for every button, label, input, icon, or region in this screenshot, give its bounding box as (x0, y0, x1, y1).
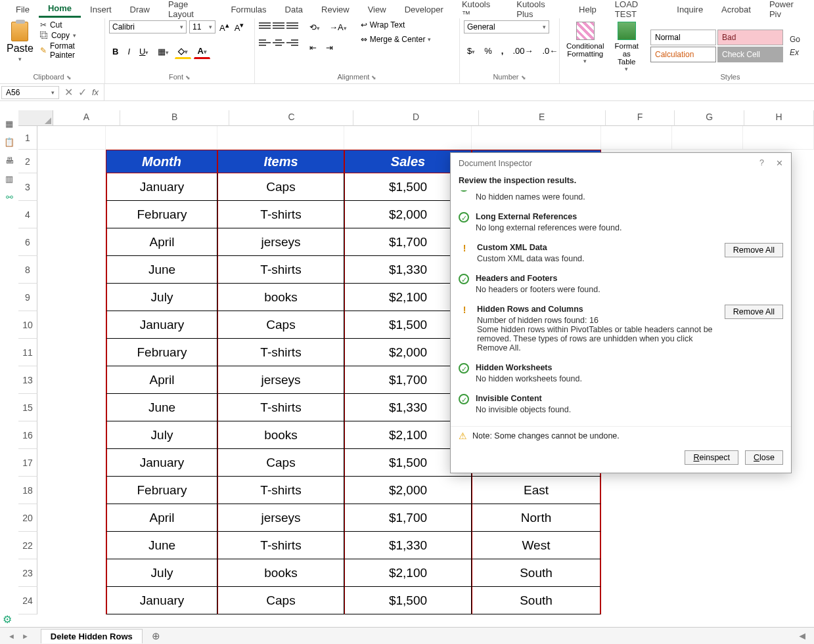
table-cell[interactable]: January (106, 173, 217, 201)
table-cell[interactable]: T-shirts (217, 339, 344, 366)
ribbon-tab-inquire[interactable]: Inquire (667, 2, 712, 17)
ribbon-tab-file[interactable]: File (7, 2, 39, 17)
table-cell[interactable]: West (472, 532, 601, 559)
row-header-16[interactable]: 16 (18, 421, 37, 449)
row-header-2[interactable]: 2 (18, 150, 37, 173)
border-button[interactable]: ▦▾ (154, 45, 172, 58)
table-cell[interactable]: June (106, 256, 217, 284)
style-check-cell[interactable]: Check Cell (717, 47, 783, 62)
row-header-4[interactable]: 4 (18, 201, 37, 228)
row-header-3[interactable]: 3 (18, 173, 37, 201)
select-all-corner[interactable] (18, 110, 53, 126)
merge-center-button[interactable]: ⇔Merge & Center▾ (361, 35, 432, 44)
number-format-combo[interactable]: General▾ (464, 20, 549, 33)
cut-button[interactable]: ✂Cut (40, 20, 101, 30)
cell[interactable] (743, 126, 814, 150)
table-cell[interactable]: Caps (217, 173, 344, 201)
paste-button[interactable]: Paste ▾ (4, 20, 36, 64)
fx-icon[interactable]: fx (92, 87, 99, 97)
row-header-1[interactable]: 1 (18, 126, 37, 150)
format-as-table-button[interactable]: Format as Table▾ (611, 20, 643, 74)
dialog-launcher-icon[interactable]: ⬊ (66, 74, 72, 81)
comma-button[interactable]: , (498, 44, 507, 58)
name-box[interactable]: A56▾ (1, 86, 59, 99)
row-header-8[interactable]: 8 (18, 256, 37, 284)
sheet-tab-active[interactable]: Delete Hidden Rows (41, 629, 143, 643)
table-cell[interactable]: June (106, 532, 217, 559)
wrap-text-button[interactable]: ↩Wrap Text (361, 20, 432, 30)
sheet-scroll-left[interactable]: ◄ (790, 630, 814, 642)
table-cell[interactable]: T-shirts (217, 394, 344, 421)
dialog-launcher-icon[interactable]: ⬊ (521, 74, 526, 81)
table-cell[interactable]: February (106, 339, 217, 366)
font-color-button[interactable]: A▾ (194, 44, 210, 59)
increase-indent-button[interactable]: ⇥ (323, 41, 336, 54)
align-middle-button[interactable] (273, 20, 284, 31)
table-cell[interactable]: $1,330 (344, 532, 472, 559)
table-cell[interactable]: January (106, 587, 217, 614)
table-cell[interactable]: books (217, 559, 344, 587)
add-sheet-button[interactable]: ⊕ (152, 630, 160, 642)
row-header-23[interactable]: 23 (18, 559, 37, 587)
cell[interactable] (37, 126, 106, 150)
align-bottom-button[interactable] (286, 20, 298, 31)
table-cell[interactable]: books (217, 421, 344, 449)
italic-button[interactable]: I (124, 45, 133, 58)
cell[interactable] (106, 126, 217, 150)
table-cell[interactable]: Caps (217, 311, 344, 339)
font-name-combo[interactable]: Calibri▾ (109, 20, 187, 33)
formula-input[interactable] (104, 84, 814, 100)
reinspect-button[interactable]: Reinspect (685, 450, 738, 465)
percent-button[interactable]: % (481, 44, 495, 58)
decrease-font-icon[interactable]: A▾ (233, 21, 246, 33)
table-cell[interactable]: April (106, 228, 217, 256)
close-icon[interactable]: ✕ (776, 158, 783, 168)
cancel-icon[interactable]: ✕ (64, 86, 73, 98)
format-painter-button[interactable]: ✎Format Painter (40, 41, 101, 60)
ribbon-tab-help[interactable]: Help (570, 2, 606, 17)
table-cell[interactable]: T-shirts (217, 201, 344, 228)
row-header-17[interactable]: 17 (18, 449, 37, 477)
side-tool-2[interactable]: 📋 (3, 136, 15, 148)
increase-font-icon[interactable]: A▴ (218, 21, 231, 33)
table-cell[interactable]: January (106, 449, 217, 477)
table-cell[interactable]: July (106, 559, 217, 587)
table-cell[interactable]: April (106, 366, 217, 394)
ribbon-tab-insert[interactable]: Insert (81, 2, 121, 17)
ribbon-tab-draw[interactable]: Draw (121, 2, 159, 17)
table-cell[interactable]: January (106, 311, 217, 339)
table-cell[interactable]: T-shirts (217, 477, 344, 504)
cell[interactable] (217, 126, 344, 150)
ribbon-tab-home[interactable]: Home (39, 1, 81, 18)
row-header-11[interactable]: 11 (18, 339, 37, 366)
help-icon[interactable]: ? (759, 158, 764, 168)
column-header-G[interactable]: G (675, 110, 744, 126)
sheet-nav-first[interactable]: ◄ (8, 632, 15, 640)
table-cell[interactable]: jerseys (217, 366, 344, 394)
table-cell[interactable]: $1,700 (344, 504, 472, 532)
close-button[interactable]: Close (745, 450, 783, 465)
row-header-13[interactable]: 13 (18, 366, 37, 394)
font-size-combo[interactable]: 11▾ (189, 20, 215, 33)
increase-decimal-button[interactable]: .00→ (509, 44, 536, 58)
ltr-button[interactable]: →A▾ (326, 20, 350, 34)
table-cell[interactable]: South (472, 559, 601, 587)
align-top-button[interactable] (259, 20, 271, 31)
align-left-button[interactable] (259, 37, 271, 48)
dialog-launcher-icon[interactable]: ⬊ (185, 74, 191, 81)
table-cell[interactable]: jerseys (217, 228, 344, 256)
side-tool-5[interactable]: ⚯ (3, 191, 15, 203)
row-header-15[interactable]: 15 (18, 394, 37, 421)
table-cell[interactable]: February (106, 477, 217, 504)
side-tool-4[interactable]: ▥ (3, 173, 15, 184)
table-header-items[interactable]: Items (217, 150, 344, 173)
dialog-launcher-icon[interactable]: ⬊ (371, 74, 376, 81)
orientation-button[interactable]: ⟲▾ (306, 20, 323, 34)
accounting-button[interactable]: $▾ (464, 44, 478, 58)
table-header-month[interactable]: Month (106, 150, 217, 173)
column-header-H[interactable]: H (744, 110, 814, 126)
table-cell[interactable]: South (472, 587, 601, 614)
underline-button[interactable]: U▾ (136, 45, 152, 58)
table-cell[interactable]: $1,500 (344, 587, 472, 614)
table-cell[interactable]: July (106, 421, 217, 449)
